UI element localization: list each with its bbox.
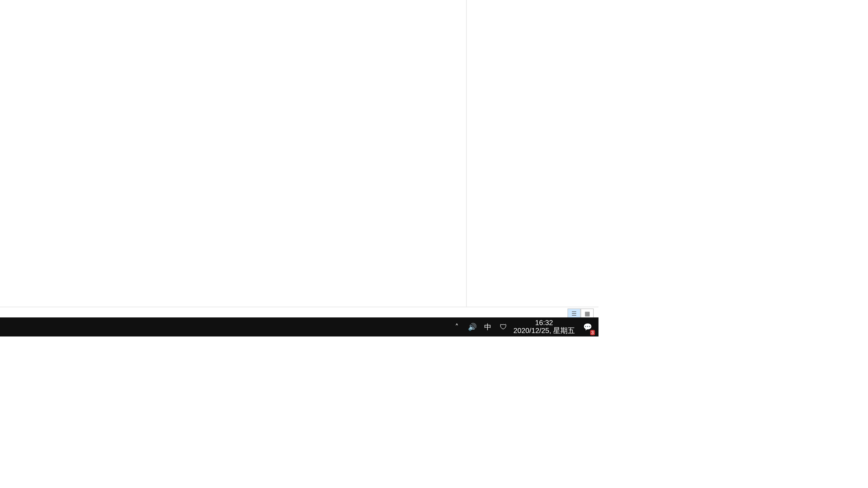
main-area: ★快速访问 🖥Desktop📌⬇下载📌📄文档📌🖼图片📌excel表格制作求和📌Y… xyxy=(0,0,598,307)
taskbar-clock[interactable]: 16:32 2020/12/25, 星期五 xyxy=(513,319,575,335)
ime-icon[interactable]: 中 xyxy=(483,322,493,332)
system-tray: ˄ 🔊 中 🛡 16:32 2020/12/25, 星期五 💬 3 xyxy=(452,318,598,336)
file-list[interactable]: 名称 修改日期 类型 大小 ˄ 12020/12/15, 星期二 1...文件夹… xyxy=(0,0,466,307)
security-icon[interactable]: 🛡 xyxy=(498,323,508,331)
file-list-area: 名称 修改日期 类型 大小 ˄ 12020/12/15, 星期二 1...文件夹… xyxy=(0,0,598,307)
preview-pane: 3 个项目 xyxy=(466,0,598,307)
tray-overflow-icon[interactable]: ˄ xyxy=(452,323,462,331)
volume-icon[interactable]: 🔊 xyxy=(467,323,477,331)
taskbar: ⊞ 🔍 ⧉ ˄ 🔊 中 🛡 16:32 2020/12/25, 星期五 💬 3 xyxy=(0,318,598,336)
action-center-button[interactable]: 💬 3 xyxy=(579,318,596,336)
clock-time: 16:32 xyxy=(513,319,575,327)
clock-date: 2020/12/25, 星期五 xyxy=(513,327,575,335)
notification-badge: 3 xyxy=(590,330,595,335)
